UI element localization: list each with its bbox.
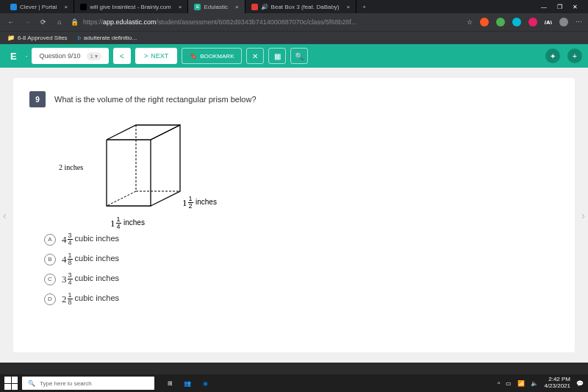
- favicon-icon: [10, 4, 17, 10]
- tab-label: will give brainliest - Brainly.com: [90, 4, 171, 10]
- tab-label: Clever | Portal: [20, 4, 57, 10]
- tab-label: Beat Box 3 (feat. DaBaby): [271, 4, 340, 10]
- task-view-button[interactable]: ⊞: [162, 377, 178, 390]
- teams-icon[interactable]: 👥: [179, 377, 196, 390]
- question-indicator[interactable]: Question 9/10 1▾: [32, 48, 109, 64]
- tab-label: Edulastic: [204, 4, 227, 10]
- prev-question-button[interactable]: ‹: [3, 210, 7, 221]
- extension-icon[interactable]: [496, 18, 505, 26]
- choice-d[interactable]: D 218cubic inches: [44, 292, 559, 306]
- question-text: What is the volume of the right rectangu…: [54, 95, 257, 104]
- close-icon: ✕: [252, 52, 258, 60]
- bookmark-icon: 🔖: [190, 53, 197, 60]
- content-area: ‹ › 9 What is the volume of the right re…: [0, 68, 588, 363]
- home-button[interactable]: ⌂: [54, 18, 65, 26]
- speaker-icon: 🔊: [261, 4, 268, 10]
- wifi-icon[interactable]: 📶: [517, 380, 525, 387]
- close-icon[interactable]: ×: [235, 4, 239, 10]
- answer-choices: A 434cubic inches B 418cubic inches C 33…: [44, 232, 559, 306]
- favicon-icon: E: [194, 4, 201, 10]
- extension-icon[interactable]: /A\: [545, 19, 552, 26]
- app-logo: E: [6, 51, 21, 62]
- chevron-left-icon: <: [120, 52, 124, 60]
- url-text: https://app.edulastic.com/student/assess…: [83, 18, 356, 26]
- next-question-button[interactable]: ›: [581, 210, 585, 221]
- extension-icon[interactable]: [480, 18, 489, 26]
- bookmarks-bar: 📁 6-8 Approved Sites b adulterate defini…: [0, 31, 588, 44]
- refresh-button[interactable]: ⟳: [38, 18, 49, 26]
- prism-diagram: 2 inches 114 inches 112 inches: [66, 118, 559, 221]
- bookmark-label: 6-8 Approved Sites: [18, 35, 68, 41]
- chevron-right-icon: >: [144, 52, 148, 60]
- minimize-icon[interactable]: —: [541, 4, 547, 10]
- folder-icon: 📁: [7, 35, 15, 41]
- forward-button[interactable]: →: [22, 18, 32, 26]
- choice-a[interactable]: A 434cubic inches: [44, 232, 559, 246]
- search-icon: 🔍: [28, 380, 35, 387]
- add-button[interactable]: +: [567, 49, 582, 63]
- tab-edulastic[interactable]: E Edulastic ×: [188, 0, 245, 13]
- bookmark-item[interactable]: b adulterate definitio...: [78, 35, 137, 41]
- profile-icon[interactable]: [559, 18, 568, 26]
- calculator-button[interactable]: ▦: [268, 48, 286, 64]
- close-icon[interactable]: ×: [347, 4, 351, 10]
- notifications-icon[interactable]: 💬: [576, 380, 584, 387]
- question-counter: Question 9/10: [39, 52, 80, 60]
- search-tool-button[interactable]: 🔍: [290, 48, 308, 64]
- maximize-icon[interactable]: ❐: [557, 4, 562, 10]
- lock-icon: 🔒: [71, 18, 79, 26]
- favicon-icon: [251, 4, 258, 10]
- system-clock[interactable]: 2:42 PM 4/23/2021: [544, 377, 570, 390]
- plus-icon: +: [573, 52, 577, 60]
- depth-label: 112 inches: [182, 196, 217, 210]
- url-input[interactable]: 🔒 https://app.edulastic.com/student/asse…: [71, 18, 461, 26]
- new-tab-button[interactable]: +: [356, 4, 372, 10]
- width-label: 114 inches: [110, 216, 145, 230]
- search-icon: 🔍: [295, 52, 304, 60]
- calendar-icon: ▦: [274, 52, 281, 60]
- question-card: 9 What is the volume of the right rectan…: [13, 78, 575, 352]
- accessibility-button[interactable]: ✦: [545, 49, 560, 63]
- windows-taskbar: 🔍 Type here to search ⊞ 👥 ◉ ^ ▭ 📶 🔈 2:42…: [0, 374, 588, 392]
- choice-b[interactable]: B 418cubic inches: [44, 252, 559, 266]
- close-window-icon[interactable]: ✕: [573, 4, 578, 10]
- question-number-badge: 9: [29, 91, 46, 107]
- browser-tab-bar: Clever | Portal × will give brainliest -…: [0, 0, 588, 13]
- volume-icon[interactable]: 🔈: [531, 380, 538, 387]
- attempt-chip: 1▾: [87, 52, 101, 60]
- choice-letter: C: [44, 274, 56, 285]
- bookmark-button[interactable]: 🔖BOOKMARK: [182, 48, 242, 64]
- choice-c[interactable]: C 334cubic inches: [44, 272, 559, 286]
- close-tool-button[interactable]: ✕: [246, 48, 264, 64]
- close-icon[interactable]: ×: [179, 4, 182, 10]
- favorite-icon[interactable]: ☆: [467, 18, 473, 26]
- edge-icon[interactable]: ◉: [197, 377, 213, 390]
- bookmark-label: adulterate definitio...: [84, 35, 137, 41]
- date-text: 4/23/2021: [544, 383, 570, 390]
- taskbar-search[interactable]: 🔍 Type here to search: [22, 377, 154, 390]
- choice-letter: A: [44, 234, 56, 246]
- search-placeholder: Type here to search: [40, 380, 92, 387]
- close-icon[interactable]: ×: [65, 4, 68, 10]
- extension-icon[interactable]: [512, 18, 521, 26]
- choice-letter: B: [44, 254, 56, 266]
- tab-music[interactable]: 🔊 Beat Box 3 (feat. DaBaby) ×: [245, 0, 357, 13]
- address-bar: ← → ⟳ ⌂ 🔒 https://app.edulastic.com/stud…: [0, 13, 588, 31]
- start-button[interactable]: [4, 377, 18, 390]
- chevron-down-icon: ▾: [95, 53, 98, 60]
- tab-brainly[interactable]: will give brainliest - Brainly.com ×: [74, 0, 188, 13]
- back-button[interactable]: ←: [6, 18, 16, 26]
- tray-chevron-icon[interactable]: ^: [498, 380, 501, 387]
- extension-icon[interactable]: [528, 18, 537, 26]
- site-icon: b: [78, 35, 81, 41]
- menu-icon[interactable]: ⋯: [576, 18, 582, 26]
- battery-icon[interactable]: ▭: [506, 380, 512, 387]
- prev-button[interactable]: <: [113, 48, 131, 64]
- accessibility-icon: ✦: [550, 52, 556, 60]
- next-button[interactable]: >NEXT: [135, 48, 177, 64]
- height-label: 2 inches: [59, 163, 83, 171]
- tab-clever[interactable]: Clever | Portal ×: [4, 0, 74, 13]
- favicon-icon: [80, 4, 87, 10]
- bookmark-item[interactable]: 📁 6-8 Approved Sites: [7, 35, 68, 41]
- choice-letter: D: [44, 293, 56, 305]
